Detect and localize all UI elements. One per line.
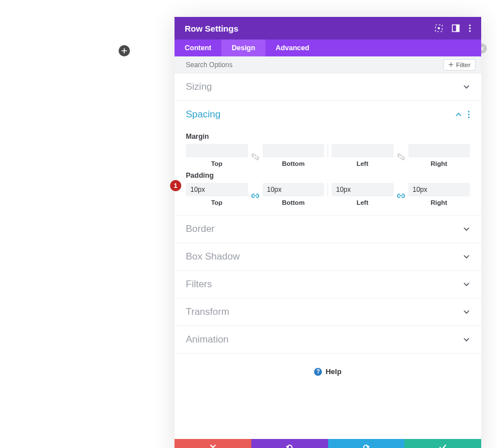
fullscreen-icon[interactable]	[435, 24, 443, 32]
svg-point-1	[438, 27, 440, 29]
section-spacing: Spacing Margin Top	[175, 101, 481, 216]
save-button[interactable]	[404, 439, 481, 448]
chevron-down-icon	[463, 337, 470, 342]
chevron-down-icon	[463, 310, 470, 314]
filter-button[interactable]: Filter	[443, 59, 476, 71]
section-title-border: Border	[186, 223, 215, 235]
help-label: Help	[325, 367, 341, 376]
undo-button[interactable]	[251, 439, 328, 448]
divider	[328, 183, 328, 196]
section-header-transform[interactable]: Transform	[175, 298, 481, 326]
margin-label: Margin	[186, 133, 470, 140]
padding-label: Padding	[186, 172, 470, 179]
step-badge-1: 1	[170, 180, 181, 191]
chevron-up-icon	[455, 112, 462, 117]
chevron-down-icon	[463, 254, 470, 259]
section-border: Border	[175, 216, 481, 243]
padding-row: Top Bottom Left	[186, 183, 470, 206]
margin-row: Top Bottom Left	[186, 144, 470, 167]
search-row: Filter	[175, 56, 481, 73]
section-title-transform: Transform	[186, 306, 229, 318]
link-icon[interactable]	[251, 190, 259, 200]
tab-design[interactable]: Design	[221, 39, 265, 56]
tab-advanced[interactable]: Advanced	[265, 39, 320, 56]
row-settings-panel: Row Settings Content Design Advanced Fil…	[175, 17, 481, 448]
spacing-body: Margin Top Bottom	[175, 133, 481, 215]
padding-bottom-sublabel: Bottom	[282, 199, 304, 206]
divider	[328, 144, 328, 157]
section-sizing: Sizing	[175, 73, 481, 101]
discard-button[interactable]	[175, 439, 251, 448]
panel-title: Row Settings	[185, 24, 238, 33]
section-header-box-shadow[interactable]: Box Shadow	[175, 243, 481, 270]
margin-bottom-sublabel: Bottom	[282, 160, 304, 167]
margin-right-input[interactable]	[408, 144, 470, 157]
svg-point-4	[469, 25, 471, 27]
redo-button[interactable]	[328, 439, 405, 448]
chevron-down-icon	[463, 227, 470, 231]
section-animation: Animation	[175, 326, 481, 354]
chevron-down-icon	[463, 282, 470, 287]
margin-left-input[interactable]	[332, 144, 394, 157]
padding-right-sublabel: Right	[431, 199, 447, 206]
header-icons	[435, 24, 471, 32]
svg-point-8	[468, 114, 470, 116]
search-input[interactable]	[186, 61, 443, 69]
padding-top-sublabel: Top	[211, 199, 223, 206]
section-box-shadow: Box Shadow	[175, 243, 481, 271]
section-header-spacing[interactable]: Spacing	[175, 101, 481, 128]
more-icon[interactable]	[469, 24, 471, 32]
tabs-bar: Content Design Advanced	[175, 39, 481, 56]
footer-bar	[175, 439, 481, 448]
section-header-animation[interactable]: Animation	[175, 326, 481, 353]
unlink-icon[interactable]	[251, 151, 259, 161]
section-header-sizing[interactable]: Sizing	[175, 73, 481, 100]
margin-top-sublabel: Top	[211, 160, 223, 167]
section-transform: Transform	[175, 298, 481, 326]
section-filters: Filters	[175, 271, 481, 298]
link-icon[interactable]	[397, 190, 405, 200]
padding-left-sublabel: Left	[356, 199, 368, 206]
section-more-icon[interactable]	[468, 111, 470, 118]
margin-right-sublabel: Right	[431, 160, 447, 167]
snap-icon[interactable]	[452, 24, 460, 32]
filter-label: Filter	[456, 62, 470, 68]
svg-point-5	[469, 28, 471, 29]
unlink-icon[interactable]	[397, 151, 405, 161]
add-row-button[interactable]	[119, 45, 130, 56]
chevron-down-icon	[463, 85, 470, 89]
padding-right-input[interactable]	[408, 183, 470, 196]
spacer	[175, 389, 481, 439]
panel-header: Row Settings	[175, 17, 481, 39]
svg-rect-3	[456, 25, 460, 32]
section-title-filters: Filters	[186, 279, 212, 290]
section-title-animation: Animation	[186, 334, 229, 345]
svg-point-9	[468, 117, 470, 118]
help-row[interactable]: ? Help	[175, 354, 481, 389]
section-header-filters[interactable]: Filters	[175, 271, 481, 298]
section-title-sizing: Sizing	[186, 81, 212, 93]
margin-bottom-input[interactable]	[263, 144, 325, 157]
margin-top-input[interactable]	[186, 144, 248, 157]
svg-point-6	[469, 30, 471, 32]
tab-content[interactable]: Content	[175, 39, 221, 56]
padding-top-input[interactable]	[186, 183, 248, 196]
section-header-border[interactable]: Border	[175, 216, 481, 243]
padding-left-input[interactable]	[332, 183, 394, 196]
margin-left-sublabel: Left	[356, 160, 368, 167]
section-title-spacing: Spacing	[186, 109, 220, 120]
help-icon: ?	[314, 368, 322, 376]
svg-point-7	[468, 111, 470, 113]
padding-bottom-input[interactable]	[263, 183, 325, 196]
section-title-box-shadow: Box Shadow	[186, 251, 239, 262]
